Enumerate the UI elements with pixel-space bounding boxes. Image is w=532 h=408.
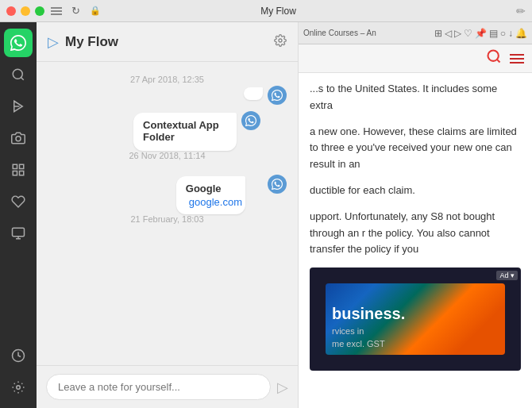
toolbar-icon-5[interactable]: 📌	[475, 28, 487, 39]
flow-send-button[interactable]: ▷	[277, 379, 288, 396]
right-paragraph-2: a new one. However, these claims are lim…	[310, 124, 521, 173]
svg-point-4	[16, 137, 21, 141]
ad-content: business. rvices in me excl. GST	[332, 305, 405, 348]
ad-sub-text-2: me excl. GST	[332, 339, 405, 348]
clock-icon-btn[interactable]	[4, 341, 33, 370]
svg-point-15	[488, 51, 499, 61]
ad-main-text: business.	[332, 305, 405, 323]
grid-icon-btn[interactable]	[4, 156, 33, 184]
message-avatar-2	[241, 111, 260, 130]
search-icon-btn[interactable]	[4, 60, 33, 89]
search-icon-right[interactable]	[486, 48, 502, 68]
flow-note-input[interactable]	[46, 374, 271, 400]
message-timestamp-3: 21 February, 18:03	[46, 214, 288, 224]
right-paragraph-1: ...s to the United States. It includes s…	[310, 81, 521, 114]
svg-point-13	[17, 386, 21, 390]
toolbar-icon-9[interactable]: 🔔	[515, 28, 527, 39]
flow-header: ▷ My Flow	[37, 22, 298, 62]
toolbar-icon-1[interactable]: ⊞	[434, 28, 442, 39]
right-search-bar	[299, 44, 532, 73]
whatsapp-icon-btn[interactable]	[4, 29, 33, 57]
edit-icon[interactable]: ✏	[516, 5, 526, 17]
flow-messages: 27 Apr 2018, 12:35	[37, 62, 298, 365]
message-timestamp-2: 26 Nov 2018, 11:14	[46, 151, 288, 160]
toolbar-icon-6[interactable]: ▤	[489, 28, 498, 39]
toolbar-icon-2[interactable]: ◁	[445, 28, 452, 39]
svg-point-14	[279, 39, 282, 42]
toolbar-icons: ⊞ ◁ ▷ ♡ 📌 ▤ ○ ↓ 🔔	[434, 28, 527, 39]
svg-rect-8	[13, 171, 17, 175]
ad-image: business. rvices in me excl. GST	[326, 283, 505, 355]
heart-icon-btn[interactable]	[4, 187, 33, 216]
message-bubble-2: Contextual App Folder	[133, 113, 237, 151]
ad-label: Ad ▾	[496, 271, 518, 280]
camera-icon-btn[interactable]	[4, 124, 33, 152]
monitor-icon-btn[interactable]	[4, 219, 33, 248]
page-title: My Flow	[40, 6, 516, 17]
window-controls	[6, 6, 44, 16]
svg-point-0	[13, 69, 22, 79]
play-icon: ▷	[48, 33, 59, 51]
toolbar-text: Online Courses – An	[303, 29, 376, 37]
settings-icon-btn[interactable]	[4, 373, 33, 402]
hamburger-icon[interactable]	[510, 54, 524, 64]
right-paragraph-4: upport. Unfortunately, any S8 not bought…	[310, 209, 521, 258]
flow-panel: ▷ My Flow 27 Apr 2018, 12:35	[37, 22, 299, 408]
message-group-1: 27 Apr 2018, 12:35	[46, 75, 288, 100]
google-link-bubble: Google google.com	[176, 176, 245, 214]
main-area: ▷ My Flow 27 Apr 2018, 12:35	[0, 22, 532, 408]
google-link[interactable]: google.com	[186, 196, 236, 208]
right-panel: Online Courses – An ⊞ ◁ ▷ ♡ 📌 ▤ ○ ↓ 🔔	[299, 22, 532, 408]
flow-settings-icon[interactable]	[274, 34, 287, 50]
toolbar-icon-3[interactable]: ▷	[454, 28, 461, 39]
right-content: ...s to the United States. It includes s…	[299, 73, 532, 408]
svg-rect-6	[20, 164, 24, 168]
toolbar-icon-4[interactable]: ♡	[464, 28, 472, 39]
message-group-2: Contextual App Folder 26 Nov 2018, 11:14	[46, 113, 288, 164]
svg-line-16	[497, 60, 500, 63]
svg-rect-7	[20, 171, 24, 175]
message-timestamp-1: 27 Apr 2018, 12:35	[46, 75, 288, 84]
message-bubble-wrapper-2: Contextual App Folder	[133, 113, 263, 151]
svg-rect-9	[13, 228, 25, 237]
ad-block: Ad ▾ business. rvices in me excl. GST	[310, 268, 521, 371]
message-bubble-wrapper-3: Google google.com	[176, 176, 263, 214]
ad-sub-text-1: rvices in	[332, 326, 405, 336]
right-toolbar: Online Courses – An ⊞ ◁ ▷ ♡ 📌 ▤ ○ ↓ 🔔	[299, 22, 532, 44]
message-avatar-3	[268, 175, 287, 194]
google-link-text: google.com	[189, 196, 242, 208]
flow-header-left: ▷ My Flow	[48, 33, 118, 51]
right-paragraph-3: ductible for each claim.	[310, 183, 521, 199]
svg-line-1	[21, 77, 23, 79]
icon-sidebar	[0, 22, 37, 408]
toolbar-icon-7[interactable]: ○	[500, 28, 506, 39]
svg-rect-5	[13, 164, 17, 168]
message-group-3: Google google.com	[46, 176, 288, 227]
message-sender-3: Google	[186, 183, 236, 194]
close-button[interactable]	[6, 6, 16, 16]
message-sender-2: Contextual App Folder	[143, 119, 227, 143]
send-icon-btn[interactable]	[4, 92, 33, 121]
message-avatar-1	[268, 86, 287, 105]
message-bubble-wrapper-1	[244, 87, 263, 100]
flow-input-area: ▷	[37, 365, 298, 408]
title-bar: ↻ 🔒 My Flow ✏	[0, 0, 532, 22]
minimize-button[interactable]	[21, 6, 30, 16]
message-bubble-1	[244, 87, 263, 100]
flow-title: My Flow	[65, 34, 118, 50]
toolbar-icon-8[interactable]: ↓	[508, 28, 513, 39]
